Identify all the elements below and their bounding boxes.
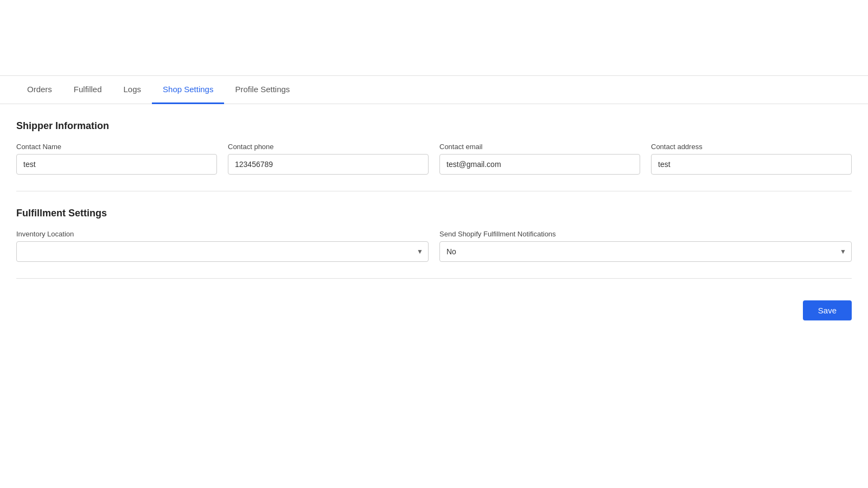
contact-email-group: Contact email xyxy=(439,143,640,175)
contact-address-group: Contact address xyxy=(651,143,852,175)
section-divider-1 xyxy=(16,191,852,191)
contact-phone-label: Contact phone xyxy=(228,143,429,151)
main-content: Shipper Information Contact NameContact … xyxy=(0,104,868,337)
contact-phone-input[interactable] xyxy=(228,154,429,175)
contact-address-label: Contact address xyxy=(651,143,852,151)
contact-email-input[interactable] xyxy=(439,154,640,175)
contact-name-input[interactable] xyxy=(16,154,217,175)
save-row: Save xyxy=(16,295,852,320)
tab-logs[interactable]: Logs xyxy=(113,76,152,104)
shipper-section-title: Shipper Information xyxy=(16,120,852,132)
tabs-nav: OrdersFulfilledLogsShop SettingsProfile … xyxy=(0,76,868,104)
section-divider-2 xyxy=(16,278,852,279)
contact-address-input[interactable] xyxy=(651,154,852,175)
inventory-location-select-wrapper: ▼ xyxy=(16,241,429,262)
shipper-section: Shipper Information Contact NameContact … xyxy=(16,120,852,175)
tab-orders[interactable]: Orders xyxy=(16,76,63,104)
save-button[interactable]: Save xyxy=(803,300,852,320)
fulfillment-section: Fulfillment Settings Inventory Location … xyxy=(16,208,852,262)
shipper-fields-row: Contact NameContact phoneContact emailCo… xyxy=(16,143,852,175)
contact-name-group: Contact Name xyxy=(16,143,217,175)
inventory-location-select[interactable] xyxy=(16,241,429,262)
top-bar xyxy=(0,0,868,76)
notifications-select-wrapper: No Yes ▼ xyxy=(439,241,852,262)
contact-name-label: Contact Name xyxy=(16,143,217,151)
tab-shop-settings[interactable]: Shop Settings xyxy=(152,76,224,104)
fulfillment-fields-row: Inventory Location ▼ Send Shopify Fulfil… xyxy=(16,230,852,262)
tab-fulfilled[interactable]: Fulfilled xyxy=(63,76,113,104)
tab-profile-settings[interactable]: Profile Settings xyxy=(224,76,301,104)
notifications-field: Send Shopify Fulfillment Notifications N… xyxy=(439,230,852,262)
contact-email-label: Contact email xyxy=(439,143,640,151)
notifications-select[interactable]: No Yes xyxy=(439,241,852,262)
notifications-label: Send Shopify Fulfillment Notifications xyxy=(439,230,852,238)
inventory-location-label: Inventory Location xyxy=(16,230,429,238)
contact-phone-group: Contact phone xyxy=(228,143,429,175)
inventory-location-field: Inventory Location ▼ xyxy=(16,230,429,262)
fulfillment-section-title: Fulfillment Settings xyxy=(16,208,852,219)
